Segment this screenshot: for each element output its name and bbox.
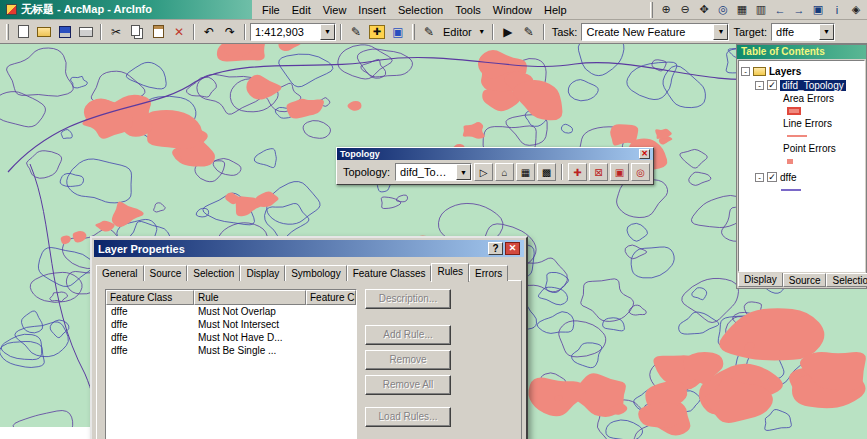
delete-button[interactable]: ✕ <box>169 22 189 42</box>
go-back-icon[interactable]: ← <box>771 2 789 18</box>
undo-button[interactable]: ↶ <box>199 22 219 42</box>
rule-row[interactable]: dffe Must Not Intersect <box>106 318 356 331</box>
task-combo[interactable]: Create New Feature ▼ <box>581 23 729 41</box>
dffe-layer-label[interactable]: dffe <box>780 172 797 183</box>
dffe-line-symbol[interactable] <box>781 189 801 191</box>
toc-topology-layer-row[interactable]: - ✓ difd_Topology <box>741 78 864 92</box>
error-inspector-icon[interactable]: ⊠ <box>589 163 608 181</box>
sketch-tool-button[interactable]: ✎ <box>519 22 539 42</box>
toc-tree[interactable]: - Layers - ✓ difd_Topology Area Errors L… <box>738 60 865 272</box>
tab-rules[interactable]: Rules <box>431 263 469 282</box>
construct-features-icon[interactable]: ⌂ <box>495 163 514 181</box>
tab-display[interactable]: Display <box>240 265 285 281</box>
toc-title-bar[interactable]: Table of Contents <box>737 45 866 59</box>
add-data-button[interactable]: ✚ <box>367 22 387 42</box>
menu-file[interactable]: File <box>256 3 286 17</box>
chevron-down-icon[interactable]: ▼ <box>819 24 834 40</box>
remove-button[interactable]: Remove <box>365 350 451 370</box>
menu-insert[interactable]: Insert <box>352 3 392 17</box>
find-icon[interactable]: ◈ <box>847 2 865 18</box>
select-features-icon[interactable]: ▣ <box>809 2 827 18</box>
table-of-contents-panel[interactable]: Table of Contents - Layers - ✓ difd_Topo… <box>736 44 867 289</box>
toc-tab-source[interactable]: Source <box>783 273 827 287</box>
pan-icon[interactable]: ✥ <box>695 2 713 18</box>
save-map-button[interactable] <box>55 22 75 42</box>
validate-topology-extent-icon[interactable]: ▩ <box>537 163 556 181</box>
description-button[interactable]: Description... <box>365 289 451 309</box>
collapse-icon[interactable]: - <box>741 67 750 76</box>
copy-button[interactable] <box>127 22 147 42</box>
mark-exception-icon[interactable]: ▣ <box>610 163 629 181</box>
cut-button[interactable]: ✂ <box>106 22 126 42</box>
add-rule-button[interactable]: Add Rule... <box>365 325 451 345</box>
toc-tab-display[interactable]: Display <box>738 273 783 287</box>
topology-combo[interactable]: difd_Topology ▼ <box>395 163 472 181</box>
fix-error-tool-icon[interactable]: ✚ <box>568 163 587 181</box>
close-icon[interactable]: ✕ <box>505 242 520 255</box>
layer-properties-dialog[interactable]: Layer Properties ? ✕ General Source Sele… <box>90 236 528 439</box>
toc-layers-row[interactable]: - Layers <box>741 64 864 78</box>
chevron-down-icon[interactable]: ▼ <box>713 24 728 40</box>
layers-label[interactable]: Layers <box>769 66 801 77</box>
rules-table[interactable]: Feature Class Rule Feature Class dffe Mu… <box>105 289 357 439</box>
clear-flags-icon[interactable]: ◎ <box>631 163 650 181</box>
fixed-zoom-in-icon[interactable]: ▦ <box>733 2 751 18</box>
topology-toolbar[interactable]: Topology ✕ Topology: difd_Topology ▼ ▷ ⌂… <box>336 147 654 185</box>
go-forward-icon[interactable]: → <box>790 2 808 18</box>
topology-edit-tool-icon[interactable]: ▷ <box>474 163 493 181</box>
tab-general[interactable]: General <box>96 265 144 281</box>
tab-errors[interactable]: Errors <box>469 265 508 281</box>
fixed-zoom-out-icon[interactable]: ▥ <box>752 2 770 18</box>
dialog-title-bar[interactable]: Layer Properties ? ✕ <box>94 240 524 257</box>
paste-button[interactable] <box>148 22 168 42</box>
menu-edit[interactable]: Edit <box>286 3 317 17</box>
toolbar-grip[interactable] <box>650 2 653 18</box>
editor-toolbar-grip[interactable] <box>412 24 415 40</box>
tab-feature-classes[interactable]: Feature Classes <box>347 265 432 281</box>
redo-button[interactable]: ↷ <box>220 22 240 42</box>
new-map-button[interactable] <box>13 22 33 42</box>
area-errors-symbol[interactable] <box>787 107 801 115</box>
rule-row[interactable]: dffe Must Not Overlap <box>106 305 356 318</box>
layer-checkbox[interactable]: ✓ <box>767 80 777 90</box>
toolbar-grip[interactable] <box>6 24 9 40</box>
help-icon[interactable]: ? <box>488 242 503 255</box>
tab-source[interactable]: Source <box>144 265 188 281</box>
toc-tab-selection[interactable]: Selection <box>826 273 867 287</box>
print-button[interactable] <box>76 22 96 42</box>
menu-help[interactable]: Help <box>538 3 573 17</box>
tab-symbology[interactable]: Symbology <box>285 265 346 281</box>
validate-topology-in-area-icon[interactable]: ▦ <box>516 163 535 181</box>
close-icon[interactable]: ✕ <box>639 149 650 159</box>
full-extent-icon[interactable]: ◎ <box>714 2 732 18</box>
identify-icon[interactable]: i <box>828 2 846 18</box>
edit-sketch-button[interactable]: ✎ <box>346 22 366 42</box>
menu-view[interactable]: View <box>317 3 353 17</box>
menu-selection[interactable]: Selection <box>392 3 449 17</box>
open-map-button[interactable] <box>34 22 54 42</box>
scale-combo[interactable]: 1:412,903 ▼ <box>250 23 336 41</box>
menu-window[interactable]: Window <box>487 3 538 17</box>
chevron-down-icon[interactable]: ▼ <box>320 24 335 40</box>
target-combo[interactable]: dffe ▼ <box>771 23 835 41</box>
topology-layer-label[interactable]: difd_Topology <box>780 80 846 91</box>
rule-row[interactable]: dffe Must Be Single ... <box>106 344 356 357</box>
editor-menu-arrow-icon[interactable]: ▼ <box>476 22 488 42</box>
line-errors-symbol[interactable] <box>787 135 807 137</box>
zoom-in-icon[interactable]: ⊕ <box>657 2 675 18</box>
tab-selection[interactable]: Selection <box>187 265 240 281</box>
load-rules-button[interactable]: Load Rules... <box>365 407 451 427</box>
topology-toolbar-title-bar[interactable]: Topology ✕ <box>337 148 653 160</box>
collapse-icon[interactable]: - <box>755 173 764 182</box>
toc-dffe-layer-row[interactable]: - ✓ dffe <box>741 170 864 184</box>
rule-row[interactable]: dffe Must Not Have D... <box>106 331 356 344</box>
layer-checkbox[interactable]: ✓ <box>767 172 777 182</box>
point-errors-symbol[interactable] <box>787 159 793 164</box>
remove-all-button[interactable]: Remove All <box>365 375 451 395</box>
chevron-down-icon[interactable]: ▼ <box>456 164 471 180</box>
edit-tool-button[interactable]: ▶ <box>498 22 518 42</box>
zoom-out-icon[interactable]: ⊖ <box>676 2 694 18</box>
collapse-icon[interactable]: - <box>755 81 764 90</box>
editor-menu-button[interactable]: Editor <box>440 26 475 38</box>
menu-tools[interactable]: Tools <box>449 3 487 17</box>
